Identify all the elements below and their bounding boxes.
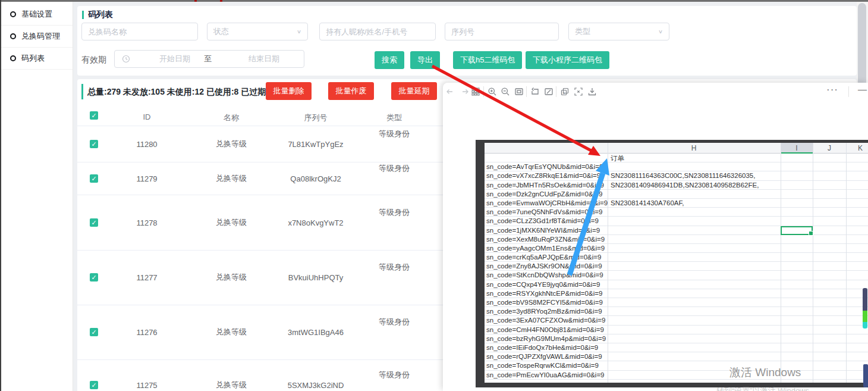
cell-type: 等级身份	[379, 207, 410, 218]
cell-sn-code[interactable]: sn_code=3ExA07CFZXOw&mid=0&i=9	[486, 317, 605, 324]
sheet-row: sn_code=EvmwaWOjCRbH&mid=0&i=9SN23081414…	[485, 199, 868, 208]
row-checkbox[interactable]: ✓	[90, 218, 98, 227]
sheet-row: sn_code=3ExA07CFZXOw&mid=0&i=9	[485, 316, 868, 325]
batch-void-button[interactable]: 批量作废	[328, 82, 374, 100]
cell-sn-code[interactable]: sn_code=IEiFdoQx7bHe&mid=0&i=9	[486, 344, 598, 351]
cell-order[interactable]: SN230811164363C00C,SN2308111646326035,	[611, 172, 755, 179]
sidebar-item-label: 基础设置	[21, 9, 52, 20]
cell-sn-code[interactable]: sn_code=StKcnDbQWshp&mid=0&i=9	[486, 271, 603, 279]
sheet-scrollbar[interactable]	[863, 288, 867, 329]
selected-cell[interactable]	[781, 226, 813, 235]
sidebar-item-label: 兑换码管理	[21, 31, 60, 42]
row-checkbox[interactable]: ✓	[90, 273, 98, 281]
column-header-H[interactable]: H	[691, 144, 697, 152]
cell-sn-code[interactable]: sn_code=PmEcwYI0uaAG&mid=0&i=9	[486, 371, 605, 379]
type-select[interactable]: 类型 ∨	[568, 23, 669, 40]
column-header-J[interactable]: J	[828, 144, 831, 152]
sheet-row: sn_code=Zny8AJSKr9ON&mid=0&i=9	[485, 262, 868, 271]
cell-sn-code[interactable]: sn_code=crKq5aAPJQpE&mid=0&i=9	[486, 254, 601, 261]
sheet-scrollbar-segment	[863, 322, 867, 329]
edit-icon[interactable]	[544, 87, 553, 96]
sheet-scrollbar-lower[interactable]	[863, 364, 868, 387]
select-all-checkbox[interactable]: ✓	[90, 111, 98, 120]
fullscreen-exit-icon[interactable]	[574, 87, 583, 96]
cell-sn-code[interactable]: sn_code=1jMXK6NlYeWI&mid=0&i=9	[486, 227, 600, 234]
sidebar-item-redeem-code-manage[interactable]: 兑换码管理	[1, 26, 73, 48]
download-miniprogram-qrcode-button[interactable]: 下载小程序二维码包	[526, 51, 609, 69]
cell-order[interactable]: 订单	[611, 154, 624, 163]
rotate-icon[interactable]	[530, 87, 540, 96]
status-select[interactable]: 状态 ∨	[207, 23, 308, 40]
cell-sn-code[interactable]: sn_code=CQxp4YE9jyq0&mid=0&i=9	[486, 281, 600, 288]
holder-input[interactable]	[319, 23, 436, 40]
page-scrollbar-thumb[interactable]	[858, 3, 866, 92]
fill-handle[interactable]	[809, 231, 813, 236]
sidebar-item-basic-settings[interactable]: 基础设置	[1, 4, 73, 26]
minimize-icon[interactable]: —	[858, 84, 867, 94]
sheet-scrollbar-segment	[863, 288, 867, 311]
preview-toolbar: a ··· —	[443, 83, 868, 101]
cell-sn-code[interactable]: sn_code=XexM8uRqP3ZN&mid=0&i=9	[486, 236, 605, 243]
cell-sn-code[interactable]: sn_code=yAagcOMm1Ens&mid=0&i=9	[486, 245, 605, 252]
cell-sn-code[interactable]: sn_code=CmH4FN0Obj81&mid=0&i=9	[486, 326, 604, 333]
more-icon[interactable]: ···	[826, 84, 838, 96]
summary-stats: 总量:279 未发放:105 未使用:12 已使用:8 已过期:154	[87, 87, 282, 98]
row-checkbox[interactable]: ✓	[90, 328, 98, 336]
fit-screen-icon[interactable]	[514, 87, 524, 96]
batch-extend-button[interactable]: 批量延期	[391, 82, 437, 100]
zoom-in-icon[interactable]	[488, 87, 497, 96]
export-button[interactable]: 导出	[410, 51, 440, 69]
serial-input[interactable]	[445, 23, 559, 40]
back-icon[interactable]	[445, 87, 454, 96]
cell-id: 11279	[136, 174, 157, 183]
cell-order[interactable]: SN2308141430A760AF,	[611, 199, 684, 207]
row-checkbox[interactable]: ✓	[90, 381, 98, 389]
batch-delete-button[interactable]: 批量删除	[266, 82, 312, 100]
sheet-row: sn_code=PmEcwYI0uaAG&mid=0&i=9	[485, 371, 868, 380]
cell-sn-code[interactable]: sn_code=EvmwaWOjCRbH&mid=0&i=9	[486, 199, 608, 207]
spreadsheet[interactable]: H I J K 订单sn_code=AvTqrEsYQNUb&mid=0&i=9…	[485, 143, 868, 383]
cell-sn-code[interactable]: sn_code=7uneQ5NhFdVs&mid=0&i=9	[486, 208, 602, 215]
cell-type: 等级身份	[379, 262, 410, 273]
zoom-out-icon[interactable]	[501, 87, 510, 96]
sheet-row: sn_code=CmH4FN0Obj81&mid=0&i=9	[485, 326, 868, 334]
sidebar: 基础设置 兑换码管理 码列表	[1, 2, 73, 391]
search-button[interactable]: 搜索	[375, 51, 404, 69]
cell-sn-code[interactable]: sn_code=3yd8RYoq2mBz&mid=0&i=9	[486, 308, 602, 315]
cell-sn-code[interactable]: sn_code=CLzZ3Gd1rf8T&mid=0&i=9	[486, 217, 599, 224]
sheet-row: sn_code=StKcnDbQWshp&mid=0&i=9	[485, 271, 868, 280]
cell-sn-code[interactable]: sn_code=vX7xcZ8RkqE1&mid=0&i=9	[486, 172, 600, 179]
cell-sn-code[interactable]: sn_code=bV9S8M2FCYI5&mid=0&i=9	[486, 299, 603, 306]
column-header-row: H I J K	[485, 143, 868, 154]
row-checkbox[interactable]: ✓	[90, 140, 98, 148]
title-accent-bar	[82, 11, 84, 19]
cell-sn-code[interactable]: sn_code=Dzk2gnCUdFpZ&mid=0&i=9	[486, 190, 602, 198]
date-range-picker[interactable]: 开始日期 至 结束日期	[114, 50, 304, 68]
row-checkbox[interactable]: ✓	[90, 174, 98, 183]
cell-sn-code[interactable]: sn_code=bzRyhG9MUm4p&mid=0&i=9	[486, 335, 606, 342]
column-header-I[interactable]: I	[795, 144, 797, 152]
cell-sn-code[interactable]: sn_code=rQJPZXfgVAWL&mid=0&i=9	[486, 353, 602, 360]
forward-icon[interactable]	[461, 87, 470, 96]
column-header-name: 名称	[224, 112, 239, 123]
sidebar-item-code-list[interactable]: 码列表	[1, 48, 73, 70]
cell-sn-code[interactable]: sn_code=JbMHTn5RsOek&mid=0&i=9	[486, 182, 604, 189]
download-h5-qrcode-button[interactable]: 下载h5二维码包	[453, 51, 522, 69]
cell-sn-code[interactable]: sn_code=AvTqrEsYQNUb&mid=0&i=9	[486, 163, 603, 170]
cell-sn-code[interactable]: sn_code=TospeRqrwKCl&mid=0&i=9	[486, 362, 599, 369]
cell-name: 兑换等级	[216, 327, 247, 337]
code-name-input[interactable]	[81, 23, 198, 40]
status-select-placeholder: 状态	[213, 26, 229, 37]
sheet-row: sn_code=vX7xcZ8RkqE1&mid=0&i=9SN23081116…	[485, 171, 868, 180]
column-header-serial: 序列号	[304, 112, 328, 123]
cell-sn-code[interactable]: sn_code=Zny8AJSKr9ON&mid=0&i=9	[486, 262, 602, 270]
toolbar-divider	[483, 86, 484, 97]
column-header-K[interactable]: K	[858, 144, 863, 152]
grid-icon[interactable]	[471, 87, 480, 96]
cell-sn-code[interactable]: sn_code=RSYXgkhNtcEP&mid=0&i=9	[486, 290, 602, 297]
grid-line	[781, 143, 781, 383]
copy-icon[interactable]: a	[560, 87, 570, 96]
window-left-edge	[0, 0, 1, 391]
cell-order[interactable]: SN23081409486941DB,SN23081409582B62FE,	[611, 182, 759, 189]
download-icon[interactable]	[587, 87, 597, 96]
